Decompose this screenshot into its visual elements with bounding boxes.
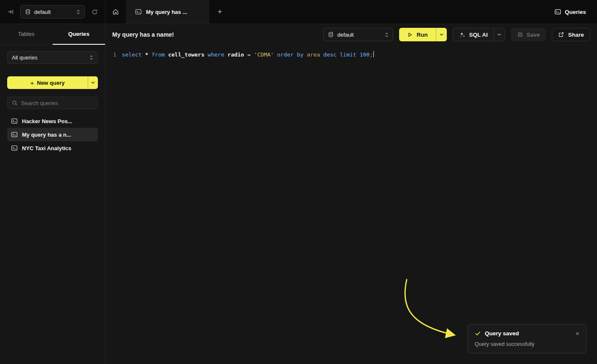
- sidebar-tabs: Tables Queries: [0, 24, 105, 45]
- query-icon: [11, 145, 18, 151]
- home-button[interactable]: [105, 0, 126, 24]
- sql-token: 'CDMA': [254, 51, 277, 58]
- share-icon: [558, 32, 564, 38]
- chevron-down-icon: [440, 33, 443, 36]
- new-query-button[interactable]: + New query: [7, 76, 98, 89]
- run-button-label: Run: [416, 32, 427, 38]
- run-button-group: Run: [399, 28, 446, 41]
- query-icon: [11, 131, 18, 138]
- query-list-item-label: My query has a n...: [22, 132, 71, 138]
- topbar: default My query has ..: [0, 0, 597, 24]
- sql-code-line[interactable]: select * from cell_towers where radio = …: [122, 51, 374, 59]
- save-button[interactable]: Save: [511, 28, 546, 41]
- sql-ai-options-toggle[interactable]: [494, 28, 505, 41]
- search-icon: [12, 100, 18, 106]
- share-button-label: Share: [568, 32, 584, 38]
- query-icon: [11, 118, 18, 124]
- chevron-updown-icon: [89, 55, 93, 60]
- sql-token: radio: [227, 51, 247, 58]
- sql-token: =: [247, 51, 254, 58]
- sidebar-database-selector[interactable]: default: [20, 5, 85, 19]
- query-filter-dropdown[interactable]: All queries: [7, 51, 98, 64]
- refresh-icon: [92, 9, 98, 15]
- sql-token: area: [307, 51, 323, 58]
- sql-token: from: [151, 51, 168, 58]
- topbar-left: default: [0, 0, 105, 24]
- sql-ai-button[interactable]: SQL AI: [453, 28, 494, 41]
- collapse-sidebar-button[interactable]: [5, 6, 16, 17]
- sql-editor[interactable]: 1 select * from cell_towers where radio …: [105, 45, 597, 59]
- run-button[interactable]: Run: [399, 28, 435, 41]
- main-header: My query has a name! default: [105, 24, 597, 45]
- save-icon: [517, 32, 523, 38]
- search-queries-input[interactable]: [21, 100, 93, 106]
- sparkle-icon: [459, 32, 465, 38]
- toast-title: Query saved: [485, 330, 572, 337]
- database-icon: [328, 32, 334, 38]
- chevron-down-icon: [91, 81, 95, 84]
- sql-token: where: [208, 51, 227, 58]
- line-number: 1: [113, 51, 116, 59]
- query-list-item-selected[interactable]: My query has a n...: [7, 128, 98, 141]
- play-icon: [407, 32, 413, 38]
- collapse-sidebar-icon: [7, 8, 14, 15]
- toast-header: Query saved ×: [475, 330, 579, 337]
- sql-token: select: [122, 51, 145, 58]
- new-query-label: New query: [37, 80, 65, 86]
- query-list-item[interactable]: NYC Taxi Analytics: [7, 141, 98, 155]
- refresh-button[interactable]: [89, 6, 100, 17]
- save-button-label: Save: [527, 32, 540, 38]
- run-options-toggle[interactable]: [436, 28, 447, 41]
- toast-message: Query saved successfully: [475, 341, 579, 347]
- sidebar-tab-tables-label: Tables: [18, 31, 35, 37]
- query-icon: [554, 8, 561, 15]
- chevron-updown-icon: [76, 9, 80, 15]
- query-search[interactable]: [7, 97, 98, 109]
- sql-token: cell_towers: [168, 51, 208, 58]
- new-query-main[interactable]: + New query: [7, 76, 88, 89]
- sql-token: ;: [370, 51, 373, 58]
- sidebar-tab-tables[interactable]: Tables: [0, 24, 53, 45]
- text-cursor: [373, 51, 374, 57]
- sidebar-tab-queries[interactable]: Queries: [53, 24, 105, 45]
- plus-icon: +: [30, 80, 34, 86]
- sql-token: *: [145, 51, 152, 58]
- toolbar-database-value: default: [337, 32, 381, 38]
- toolbar: default Run: [323, 28, 590, 41]
- sql-ai-button-group: SQL AI: [453, 28, 505, 41]
- share-button[interactable]: Share: [552, 28, 590, 41]
- queries-link[interactable]: Queries: [554, 0, 597, 24]
- sql-token: 100: [359, 51, 369, 58]
- sql-token: order by: [277, 51, 307, 58]
- check-icon: [475, 330, 481, 337]
- toast-query-saved: Query saved × Query saved successfully: [467, 324, 586, 353]
- close-icon[interactable]: ×: [575, 330, 579, 337]
- query-filter-value: All queries: [12, 54, 38, 61]
- tab-strip: My query has ... +: [105, 0, 554, 24]
- main-panel: My query has a name! default: [105, 24, 597, 364]
- new-query-dropdown-toggle[interactable]: [88, 76, 98, 89]
- sidebar-database-selector-value: default: [34, 9, 73, 15]
- sidebar-tab-queries-label: Queries: [68, 31, 89, 37]
- app-window: default My query has ..: [0, 0, 597, 364]
- body: Tables Queries All queries + New query: [0, 24, 597, 364]
- sidebar: Tables Queries All queries + New query: [0, 24, 105, 364]
- new-tab-button[interactable]: +: [209, 0, 230, 24]
- sidebar-content: All queries + New query: [0, 45, 105, 161]
- home-icon: [112, 8, 119, 15]
- query-list-item-label: Hacker News Pos...: [22, 118, 72, 124]
- chevron-updown-icon: [385, 32, 389, 38]
- query-icon: [135, 8, 142, 15]
- queries-link-label: Queries: [565, 9, 586, 15]
- tab-my-query[interactable]: My query has ...: [126, 0, 209, 24]
- query-list-item-label: NYC Taxi Analytics: [22, 145, 71, 151]
- toolbar-database-selector[interactable]: default: [323, 28, 393, 41]
- sql-ai-button-label: SQL AI: [469, 32, 488, 38]
- database-icon: [25, 9, 31, 15]
- plus-icon: +: [217, 7, 222, 16]
- page-title: My query has a name!: [112, 31, 174, 38]
- query-list-item[interactable]: Hacker News Pos...: [7, 114, 98, 128]
- tab-label: My query has ...: [146, 9, 187, 15]
- chevron-down-icon: [497, 33, 501, 36]
- sql-token: desc limit: [323, 51, 359, 58]
